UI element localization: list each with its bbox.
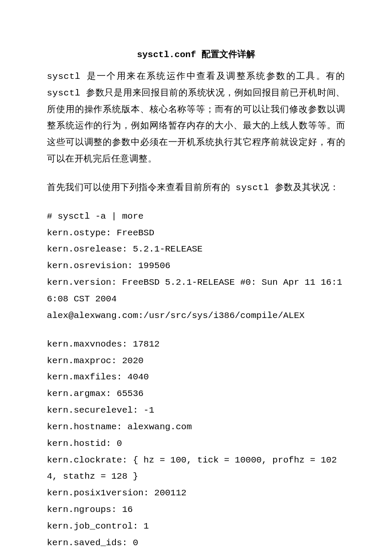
code-line: kern.osrevision: 199506 <box>47 258 345 275</box>
paragraph-intro: sysctl 是一个用来在系统运作中查看及调整系统参数的工具。有的 sysctl… <box>47 69 345 168</box>
code-line: kern.clockrate: { hz = 100, tick = 10000… <box>47 452 345 486</box>
document-title: sysctl.conf 配置文件详解 <box>47 47 345 64</box>
code-line: kern.argmax: 65536 <box>47 386 345 402</box>
code-line: kern.maxfiles: 4040 <box>47 369 345 386</box>
code-line: kern.maxvnodes: 17812 <box>47 336 345 353</box>
code-line: kern.ngroups: 16 <box>47 502 345 518</box>
code-line: kern.securelevel: -1 <box>47 402 345 419</box>
code-line: kern.saved_ids: 0 <box>47 535 345 552</box>
code-line: kern.hostname: alexwang.com <box>47 419 345 436</box>
code-line: kern.ostype: FreeBSD <box>47 225 345 242</box>
code-line: kern.version: FreeBSD 5.2.1-RELEASE #0: … <box>47 275 345 308</box>
code-block-1: # sysctl -a | more kern.ostype: FreeBSD … <box>47 208 345 324</box>
code-line: alex@alexwang.com:/usr/src/sys/i386/comp… <box>47 308 345 324</box>
code-line: kern.maxproc: 2020 <box>47 353 345 370</box>
code-line: kern.hostid: 0 <box>47 436 345 452</box>
code-line: kern.job_control: 1 <box>47 518 345 535</box>
code-line: # sysctl -a | more <box>47 208 345 225</box>
code-line: kern.posix1version: 200112 <box>47 485 345 502</box>
code-block-2: kern.maxvnodes: 17812 kern.maxproc: 2020… <box>47 336 345 552</box>
code-line: kern.osrelease: 5.2.1-RELEASE <box>47 241 345 258</box>
paragraph-instruction: 首先我们可以使用下列指令来查看目前所有的 sysctl 参数及其状况： <box>47 180 345 197</box>
